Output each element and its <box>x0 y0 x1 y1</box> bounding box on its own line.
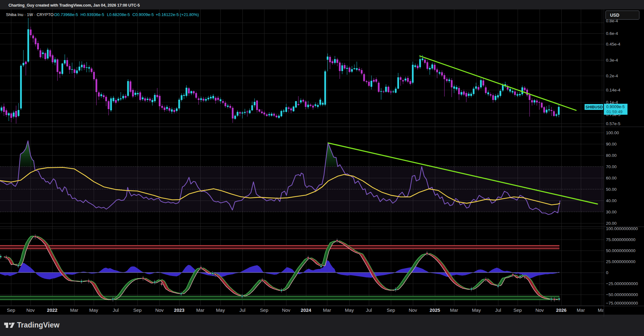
svg-text:90.00: 90.00 <box>606 142 617 146</box>
svg-text:100.0000000000: 100.0000000000 <box>606 226 638 231</box>
svg-text:75.0000000000: 75.0000000000 <box>606 237 636 242</box>
svg-text:2022: 2022 <box>47 307 57 313</box>
svg-text:2026: 2026 <box>556 307 566 313</box>
svg-text:25.0000000000: 25.0000000000 <box>606 259 636 264</box>
svg-text:Mar: Mar <box>196 307 204 313</box>
svg-text:Jul: Jul <box>495 307 501 313</box>
svg-text:Mar: Mar <box>577 307 585 313</box>
svg-text:70.00: 70.00 <box>606 164 617 169</box>
svg-text:30.00: 30.00 <box>606 210 617 214</box>
svg-text:20.00: 20.00 <box>606 221 617 226</box>
svg-text:0.3e-4: 0.3e-4 <box>606 58 618 63</box>
svg-text:USD: USD <box>610 13 619 18</box>
svg-text:80.00: 80.00 <box>606 153 617 158</box>
svg-text:Nov: Nov <box>155 307 164 313</box>
svg-text:Mar: Mar <box>323 307 331 313</box>
svg-text:Mar: Mar <box>450 307 458 313</box>
svg-text:Jul: Jul <box>366 307 372 313</box>
svg-text:2023: 2023 <box>174 307 184 313</box>
svg-text:0.45e-4: 0.45e-4 <box>606 42 620 47</box>
svg-text:Mar: Mar <box>70 307 78 313</box>
svg-text:0.57e-5: 0.57e-5 <box>606 121 620 126</box>
svg-text:50.00: 50.00 <box>606 187 617 192</box>
svg-text:−25.0000000000: −25.0000000000 <box>606 281 638 286</box>
svg-text:0.9009e-5: 0.9009e-5 <box>606 104 625 109</box>
svg-text:Charting_Guy created with Trad: Charting_Guy created with TradingView.co… <box>8 3 140 8</box>
svg-text:0.2e-4: 0.2e-4 <box>606 74 618 78</box>
svg-text:Jul: Jul <box>113 307 119 313</box>
svg-text:60.00: 60.00 <box>606 176 617 180</box>
svg-text:SHIBUSD: SHIBUSD <box>586 105 603 109</box>
svg-text:May: May <box>89 307 98 313</box>
svg-text:C0.9009e-5: C0.9009e-5 <box>132 12 154 17</box>
svg-text:100.00: 100.00 <box>606 130 619 135</box>
svg-text:2024: 2024 <box>301 307 311 313</box>
svg-text:H0.93936e-5: H0.93936e-5 <box>80 12 104 17</box>
svg-text:0: 0 <box>606 270 608 275</box>
svg-text:Nov: Nov <box>536 307 544 313</box>
svg-text:Sep: Sep <box>514 307 522 313</box>
svg-text:Nov: Nov <box>26 307 35 313</box>
svg-text:TradingView: TradingView <box>17 321 59 329</box>
svg-text:0.14e-4: 0.14e-4 <box>606 88 620 92</box>
svg-text:Sep: Sep <box>7 307 15 313</box>
svg-text:−75.0000000000: −75.0000000000 <box>606 301 638 306</box>
svg-text:Sep: Sep <box>260 307 269 313</box>
svg-text:50.0000000000: 50.0000000000 <box>606 248 636 253</box>
svg-text:−50.0000000000: −50.0000000000 <box>606 292 638 297</box>
svg-text:2025: 2025 <box>430 307 440 313</box>
svg-text:40.00: 40.00 <box>606 198 617 203</box>
svg-text:Shiba Inu · 1W · CRYPTO: Shiba Inu · 1W · CRYPTO <box>6 12 53 17</box>
svg-text:L0.68208e-5: L0.68208e-5 <box>107 12 130 17</box>
svg-text:+0.16122e-5 (+21.80%): +0.16122e-5 (+21.80%) <box>156 12 199 17</box>
svg-text:0.6e-4: 0.6e-4 <box>606 31 618 36</box>
svg-text:Nov: Nov <box>282 307 291 313</box>
svg-text:Jul: Jul <box>239 307 245 313</box>
svg-text:Sep: Sep <box>387 307 395 313</box>
svg-text:Nov: Nov <box>409 307 417 313</box>
svg-text:May: May <box>345 307 354 313</box>
svg-text:01:59:49: 01:59:49 <box>607 109 623 114</box>
svg-text:May: May <box>216 307 225 313</box>
svg-text:O0.73968e-5: O0.73968e-5 <box>54 12 78 17</box>
svg-text:May: May <box>472 307 481 313</box>
svg-text:Sep: Sep <box>133 307 142 313</box>
